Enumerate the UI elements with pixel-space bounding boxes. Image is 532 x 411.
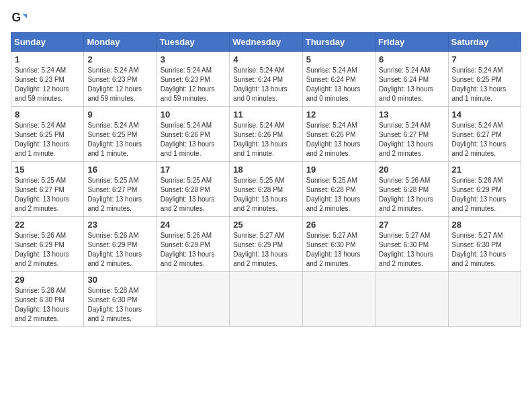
day-info: Sunrise: 5:26 AMSunset: 6:29 PMDaylight:… [452,177,506,212]
day-number: 4 [233,54,298,64]
calendar-body: 1 Sunrise: 5:24 AMSunset: 6:23 PMDayligh… [11,52,521,327]
day-info: Sunrise: 5:24 AMSunset: 6:25 PMDaylight:… [452,66,506,102]
day-info: Sunrise: 5:24 AMSunset: 6:26 PMDaylight:… [306,122,361,157]
day-number: 11 [233,109,298,120]
day-info: Sunrise: 5:24 AMSunset: 6:24 PMDaylight:… [233,66,287,102]
day-number: 6 [379,54,444,64]
day-info: Sunrise: 5:28 AMSunset: 6:30 PMDaylight:… [87,287,142,322]
day-number: 15 [15,165,80,175]
day-number: 27 [379,220,444,230]
day-number: 5 [306,54,371,64]
calendar-day-2: 2 Sunrise: 5:24 AMSunset: 6:23 PMDayligh… [84,52,157,107]
day-number: 19 [306,165,371,175]
calendar-day-11: 11 Sunrise: 5:24 AMSunset: 6:26 PMDaylig… [230,107,302,162]
header-day-sunday: Sunday [11,33,84,52]
calendar-day-5: 5 Sunrise: 5:24 AMSunset: 6:24 PMDayligh… [302,52,375,107]
day-info: Sunrise: 5:26 AMSunset: 6:28 PMDaylight:… [379,177,433,212]
day-number: 18 [233,165,298,175]
calendar-day-14: 14 Sunrise: 5:24 AMSunset: 6:27 PMDaylig… [448,107,521,162]
day-info: Sunrise: 5:27 AMSunset: 6:30 PMDaylight:… [452,232,506,267]
calendar-day-17: 17 Sunrise: 5:25 AMSunset: 6:28 PMDaylig… [157,162,229,217]
calendar-day-8: 8 Sunrise: 5:24 AMSunset: 6:25 PMDayligh… [11,107,84,162]
day-number: 16 [87,165,152,175]
logo: G [11,11,30,27]
day-info: Sunrise: 5:24 AMSunset: 6:27 PMDaylight:… [379,122,433,157]
svg-text:G: G [12,11,21,24]
calendar-empty-cell [448,272,521,327]
day-info: Sunrise: 5:24 AMSunset: 6:26 PMDaylight:… [233,122,287,157]
calendar: SundayMondayTuesdayWednesdayThursdayFrid… [11,32,521,327]
day-number: 23 [87,220,152,230]
day-number: 14 [452,109,517,120]
day-number: 7 [452,54,517,64]
day-number: 17 [161,165,226,175]
day-info: Sunrise: 5:25 AMSunset: 6:27 PMDaylight:… [87,177,142,212]
calendar-empty-cell [230,272,302,327]
day-info: Sunrise: 5:24 AMSunset: 6:26 PMDaylight:… [161,122,215,157]
day-number: 13 [379,109,444,120]
day-number: 3 [161,54,226,64]
day-info: Sunrise: 5:25 AMSunset: 6:28 PMDaylight:… [161,177,215,212]
calendar-day-22: 22 Sunrise: 5:26 AMSunset: 6:29 PMDaylig… [11,217,84,272]
calendar-day-1: 1 Sunrise: 5:24 AMSunset: 6:23 PMDayligh… [11,52,84,107]
day-number: 12 [306,109,371,120]
calendar-day-28: 28 Sunrise: 5:27 AMSunset: 6:30 PMDaylig… [448,217,521,272]
day-info: Sunrise: 5:28 AMSunset: 6:30 PMDaylight:… [15,287,69,322]
day-info: Sunrise: 5:25 AMSunset: 6:28 PMDaylight:… [233,177,287,212]
day-number: 28 [452,220,517,230]
day-info: Sunrise: 5:24 AMSunset: 6:27 PMDaylight:… [452,122,506,157]
calendar-week-1: 1 Sunrise: 5:24 AMSunset: 6:23 PMDayligh… [11,52,521,107]
day-info: Sunrise: 5:27 AMSunset: 6:29 PMDaylight:… [233,232,287,267]
calendar-week-4: 22 Sunrise: 5:26 AMSunset: 6:29 PMDaylig… [11,217,521,272]
calendar-day-30: 30 Sunrise: 5:28 AMSunset: 6:30 PMDaylig… [84,272,157,327]
calendar-day-15: 15 Sunrise: 5:25 AMSunset: 6:27 PMDaylig… [11,162,84,217]
day-number: 1 [15,54,80,64]
day-info: Sunrise: 5:26 AMSunset: 6:29 PMDaylight:… [87,232,142,267]
day-number: 26 [306,220,371,230]
day-info: Sunrise: 5:24 AMSunset: 6:23 PMDaylight:… [161,66,215,102]
calendar-day-12: 12 Sunrise: 5:24 AMSunset: 6:26 PMDaylig… [302,107,375,162]
header: G [11,11,521,27]
calendar-empty-cell [157,272,229,327]
calendar-day-19: 19 Sunrise: 5:25 AMSunset: 6:28 PMDaylig… [302,162,375,217]
day-number: 9 [87,109,152,120]
svg-marker-1 [23,14,27,18]
day-number: 25 [233,220,298,230]
day-info: Sunrise: 5:24 AMSunset: 6:24 PMDaylight:… [379,66,433,102]
day-info: Sunrise: 5:26 AMSunset: 6:29 PMDaylight:… [15,232,69,267]
day-info: Sunrise: 5:24 AMSunset: 6:25 PMDaylight:… [87,122,142,157]
day-number: 2 [87,54,152,64]
day-info: Sunrise: 5:27 AMSunset: 6:30 PMDaylight:… [306,232,361,267]
day-number: 30 [87,275,152,285]
header-day-thursday: Thursday [302,33,375,52]
header-day-friday: Friday [375,33,448,52]
calendar-header-row: SundayMondayTuesdayWednesdayThursdayFrid… [11,33,521,52]
day-number: 20 [379,165,444,175]
calendar-empty-cell [302,272,375,327]
day-number: 24 [161,220,226,230]
day-info: Sunrise: 5:24 AMSunset: 6:24 PMDaylight:… [306,66,361,102]
calendar-day-16: 16 Sunrise: 5:25 AMSunset: 6:27 PMDaylig… [84,162,157,217]
day-number: 10 [161,109,226,120]
calendar-week-2: 8 Sunrise: 5:24 AMSunset: 6:25 PMDayligh… [11,107,521,162]
calendar-day-23: 23 Sunrise: 5:26 AMSunset: 6:29 PMDaylig… [84,217,157,272]
calendar-day-29: 29 Sunrise: 5:28 AMSunset: 6:30 PMDaylig… [11,272,84,327]
day-number: 8 [15,109,80,120]
calendar-day-27: 27 Sunrise: 5:27 AMSunset: 6:30 PMDaylig… [375,217,448,272]
day-info: Sunrise: 5:24 AMSunset: 6:23 PMDaylight:… [15,66,69,102]
day-number: 29 [15,275,80,285]
header-day-saturday: Saturday [448,33,521,52]
calendar-day-6: 6 Sunrise: 5:24 AMSunset: 6:24 PMDayligh… [375,52,448,107]
calendar-day-20: 20 Sunrise: 5:26 AMSunset: 6:28 PMDaylig… [375,162,448,217]
day-number: 22 [15,220,80,230]
calendar-day-3: 3 Sunrise: 5:24 AMSunset: 6:23 PMDayligh… [157,52,229,107]
day-info: Sunrise: 5:27 AMSunset: 6:30 PMDaylight:… [379,232,433,267]
day-info: Sunrise: 5:24 AMSunset: 6:23 PMDaylight:… [87,66,142,102]
calendar-day-24: 24 Sunrise: 5:26 AMSunset: 6:29 PMDaylig… [157,217,229,272]
day-info: Sunrise: 5:25 AMSunset: 6:28 PMDaylight:… [306,177,361,212]
day-info: Sunrise: 5:24 AMSunset: 6:25 PMDaylight:… [15,122,69,157]
calendar-day-13: 13 Sunrise: 5:24 AMSunset: 6:27 PMDaylig… [375,107,448,162]
calendar-day-9: 9 Sunrise: 5:24 AMSunset: 6:25 PMDayligh… [84,107,157,162]
calendar-empty-cell [375,272,448,327]
header-day-monday: Monday [84,33,157,52]
